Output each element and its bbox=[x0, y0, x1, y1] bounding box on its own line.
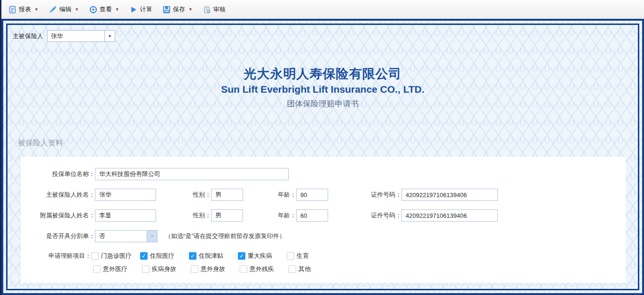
chevron-down-icon: ▼ bbox=[75, 7, 79, 12]
inner-frame: 主被保险人 张华 ▼ 光大永明人寿保险有限公司 Sun Lift Everbri… bbox=[6, 24, 639, 290]
sub-insured-name-input[interactable] bbox=[95, 209, 156, 222]
save-button[interactable]: 保存 ▼ bbox=[159, 3, 196, 16]
checkbox[interactable] bbox=[289, 265, 296, 273]
claim-option-label: 生育 bbox=[297, 252, 309, 260]
main-insured-gender-input[interactable] bbox=[211, 189, 243, 201]
checkbox[interactable] bbox=[91, 252, 99, 260]
claim-option: 其他 bbox=[289, 265, 338, 273]
sub-insured-gender-label: 性别： bbox=[156, 211, 211, 220]
split-bill-select-value[interactable]: 否 bbox=[95, 230, 147, 242]
calculate-icon bbox=[130, 6, 138, 14]
claim-option: 疾病身故 bbox=[142, 265, 191, 273]
document-header: 光大永明人寿保险有限公司 Sun Lift Everbright Lift In… bbox=[8, 65, 638, 109]
claim-option-label: 意外身故 bbox=[201, 265, 225, 273]
checkbox[interactable] bbox=[189, 252, 196, 260]
claim-option: 重大疾病 bbox=[238, 252, 287, 260]
checkbox[interactable] bbox=[191, 265, 198, 273]
split-bill-note: （如选“是”请在提交理赔前留存发票复印件） bbox=[165, 232, 285, 240]
claim-items-row-1: 申请理赔项目： 门急诊医疗 住院医疗 住院津贴 重大疾病 生育 bbox=[21, 251, 626, 261]
claim-option: 意外医疗 bbox=[93, 265, 142, 273]
sub-insured-id-input[interactable] bbox=[401, 209, 498, 222]
view-button[interactable]: 查看 ▼ bbox=[86, 3, 123, 16]
main-insured-id-label: 证件号码： bbox=[328, 191, 401, 199]
save-button-label: 保存 bbox=[173, 5, 185, 14]
claim-option-label: 门急诊医疗 bbox=[101, 252, 132, 260]
claim-option-label: 意外医疗 bbox=[103, 265, 127, 273]
checkbox[interactable] bbox=[93, 265, 101, 273]
claim-option: 门急诊医疗 bbox=[91, 252, 140, 260]
audit-button[interactable]: 审核 bbox=[200, 3, 229, 16]
claim-option-label: 住院津贴 bbox=[199, 252, 223, 260]
split-bill-select[interactable]: 否 ▼ bbox=[95, 230, 157, 242]
main-insured-age-label: 年龄： bbox=[243, 191, 296, 199]
view-icon bbox=[89, 6, 97, 14]
sub-insured-id-label: 证件号码： bbox=[328, 211, 401, 220]
checkbox[interactable] bbox=[240, 265, 247, 273]
section-title-insured-info: 被保险人资料 bbox=[18, 138, 638, 148]
sub-insured-gender-input[interactable] bbox=[211, 209, 243, 222]
claim-option: 生育 bbox=[287, 252, 336, 260]
applicant-unit-input[interactable] bbox=[95, 168, 289, 180]
chevron-down-icon[interactable]: ▼ bbox=[104, 30, 115, 42]
checkbox[interactable] bbox=[238, 252, 245, 260]
insured-info-panel: 投保单位名称： 主被保险人姓名： 性别： 年龄： 证件号码： 附属被保险人姓名： bbox=[21, 157, 626, 283]
claim-option-label: 意外残疾 bbox=[250, 265, 274, 273]
claim-option: 意外身故 bbox=[191, 265, 240, 273]
claim-items-label: 申请理赔项目： bbox=[21, 252, 91, 260]
edit-icon bbox=[49, 6, 57, 14]
main-insured-id-input[interactable] bbox=[401, 189, 498, 201]
report-button-label: 报表 bbox=[19, 5, 31, 14]
main-insured-row: 主被保险人姓名： 性别： 年龄： 证件号码： bbox=[21, 189, 626, 201]
claim-option-label: 疾病身故 bbox=[152, 265, 176, 273]
applicant-unit-label: 投保单位名称： bbox=[21, 170, 95, 178]
checkbox[interactable] bbox=[140, 252, 148, 260]
calculate-button-label: 计算 bbox=[140, 5, 152, 14]
main-insured-select[interactable]: 张华 ▼ bbox=[47, 30, 115, 42]
document-frame: 主被保险人 张华 ▼ 光大永明人寿保险有限公司 Sun Lift Everbri… bbox=[1, 19, 644, 295]
split-bill-row: 是否开具分割单： 否 ▼ （如选“是”请在提交理赔前留存发票复印件） bbox=[21, 230, 626, 242]
claim-option-label: 重大疾病 bbox=[248, 252, 272, 260]
edit-button[interactable]: 编辑 ▼ bbox=[46, 3, 82, 16]
calculate-button[interactable]: 计算 bbox=[126, 3, 156, 16]
claim-option-label: 其他 bbox=[298, 265, 311, 273]
main-insured-filter: 主被保险人 张华 ▼ bbox=[13, 30, 638, 42]
view-button-label: 查看 bbox=[100, 5, 112, 14]
chevron-down-icon: ▼ bbox=[188, 7, 193, 12]
claim-option-label: 住院医疗 bbox=[150, 252, 174, 260]
company-name-cn: 光大永明人寿保险有限公司 bbox=[8, 65, 638, 82]
chevron-down-icon: ▼ bbox=[34, 7, 39, 12]
main-insured-name-label: 主被保险人姓名： bbox=[21, 191, 95, 199]
save-icon bbox=[163, 6, 171, 14]
report-icon bbox=[8, 6, 16, 14]
claim-items-row-2: 意外医疗 疾病身故 意外身故 意外残疾 其他 bbox=[21, 264, 626, 274]
claim-option: 住院医疗 bbox=[140, 252, 189, 260]
audit-button-label: 审核 bbox=[213, 5, 226, 14]
main-insured-age-input[interactable] bbox=[296, 189, 328, 201]
claim-option: 住院津贴 bbox=[189, 252, 238, 260]
main-insured-gender-label: 性别： bbox=[156, 191, 211, 199]
applicant-unit-row: 投保单位名称： bbox=[21, 168, 626, 180]
sub-insured-age-label: 年龄： bbox=[243, 211, 296, 220]
sub-insured-age-input[interactable] bbox=[296, 209, 328, 222]
sub-insured-name-label: 附属被保险人姓名： bbox=[21, 211, 95, 220]
claim-option: 意外残疾 bbox=[240, 265, 289, 273]
chevron-down-icon: ▼ bbox=[115, 7, 119, 12]
sub-insured-row: 附属被保险人姓名： 性别： 年龄： 证件号码： bbox=[21, 209, 626, 222]
split-bill-label: 是否开具分割单： bbox=[21, 232, 95, 240]
checkbox[interactable] bbox=[287, 252, 294, 260]
main-insured-name-input[interactable] bbox=[95, 189, 156, 201]
edit-button-label: 编辑 bbox=[59, 5, 71, 14]
form-title: 团体保险理赔申请书 bbox=[8, 98, 638, 109]
company-name-en: Sun Lift Everbright Lift Insurance CO., … bbox=[8, 84, 638, 95]
checkbox[interactable] bbox=[142, 265, 149, 273]
main-insured-filter-label: 主被保险人 bbox=[13, 32, 43, 40]
main-insured-select-value[interactable]: 张华 bbox=[47, 30, 104, 42]
chevron-down-icon[interactable]: ▼ bbox=[147, 230, 157, 242]
toolbar: 报表 ▼ 编辑 ▼ 查看 ▼ 计算 保存 ▼ 审核 bbox=[1, 0, 644, 19]
report-button[interactable]: 报表 ▼ bbox=[5, 3, 42, 16]
audit-icon bbox=[203, 6, 211, 14]
